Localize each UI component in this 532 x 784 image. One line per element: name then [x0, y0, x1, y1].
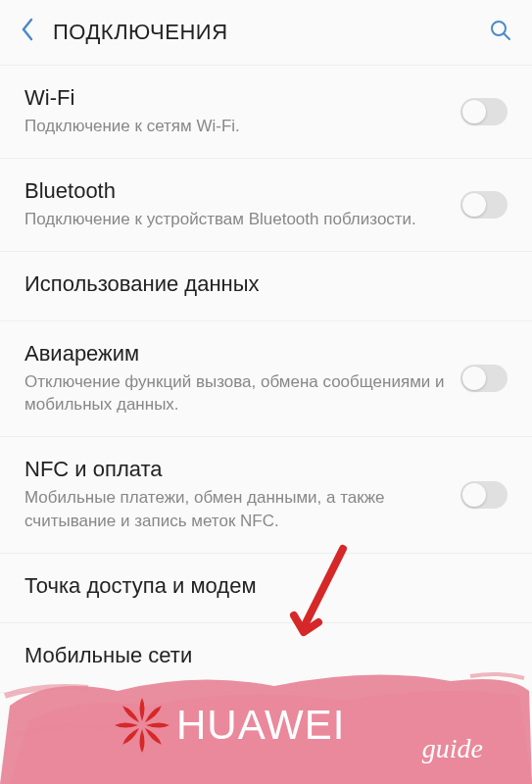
nfc-toggle[interactable] — [460, 481, 508, 509]
setting-wifi[interactable]: Wi-Fi Подключение к сетям Wi-Fi. — [0, 66, 532, 159]
setting-content: NFC и оплата Мобильные платежи, обмен да… — [24, 457, 460, 533]
wifi-toggle[interactable] — [460, 98, 508, 125]
setting-subtitle: Отключение функций вызова, обмена сообще… — [24, 370, 460, 417]
setting-mobile-networks[interactable]: Мобильные сети — [0, 623, 532, 693]
header: ПОДКЛЮЧЕНИЯ — [0, 0, 532, 66]
setting-bluetooth[interactable]: Bluetooth Подключение к устройствам Blue… — [0, 159, 532, 252]
setting-subtitle: Подключение к сетям Wi-Fi. — [24, 115, 460, 138]
airplane-toggle[interactable] — [460, 365, 508, 392]
watermark-brand: HUAWEI — [176, 702, 345, 749]
setting-content: Точка доступа и модем — [24, 573, 508, 603]
setting-subtitle: Подключение к устройствам Bluetooth побл… — [24, 208, 460, 231]
setting-nfc[interactable]: NFC и оплата Мобильные платежи, обмен да… — [0, 437, 532, 554]
setting-title: Использование данных — [24, 271, 508, 297]
setting-data-usage[interactable]: Использование данных — [0, 252, 532, 321]
huawei-petals-icon — [113, 696, 171, 755]
setting-title: Точка доступа и модем — [24, 573, 508, 599]
setting-content: Использование данных — [24, 271, 508, 301]
watermark-suffix: guide — [422, 733, 483, 764]
setting-hotspot[interactable]: Точка доступа и модем — [0, 554, 532, 623]
back-icon[interactable] — [20, 18, 35, 47]
huawei-logo: HUAWEI — [113, 696, 345, 755]
setting-content: Авиарежим Отключение функций вызова, обм… — [24, 341, 460, 417]
setting-title: Авиарежим — [24, 341, 460, 367]
setting-title: Bluetooth — [24, 178, 460, 204]
setting-airplane-mode[interactable]: Авиарежим Отключение функций вызова, обм… — [0, 321, 532, 438]
svg-line-1 — [504, 33, 509, 39]
setting-content: Мобильные сети — [24, 643, 508, 672]
page-title: ПОДКЛЮЧЕНИЯ — [53, 20, 489, 45]
setting-title: Wi-Fi — [24, 85, 460, 111]
setting-title: NFC и оплата — [24, 457, 460, 482]
setting-content: Bluetooth Подключение к устройствам Blue… — [24, 178, 460, 231]
bluetooth-toggle[interactable] — [460, 191, 508, 219]
setting-title: Мобильные сети — [24, 643, 508, 668]
search-icon[interactable] — [489, 19, 512, 46]
setting-subtitle: Мобильные платежи, обмен данными, а такж… — [24, 486, 460, 533]
settings-list: Wi-Fi Подключение к сетям Wi-Fi. Bluetoo… — [0, 66, 532, 693]
setting-content: Wi-Fi Подключение к сетям Wi-Fi. — [24, 85, 460, 138]
